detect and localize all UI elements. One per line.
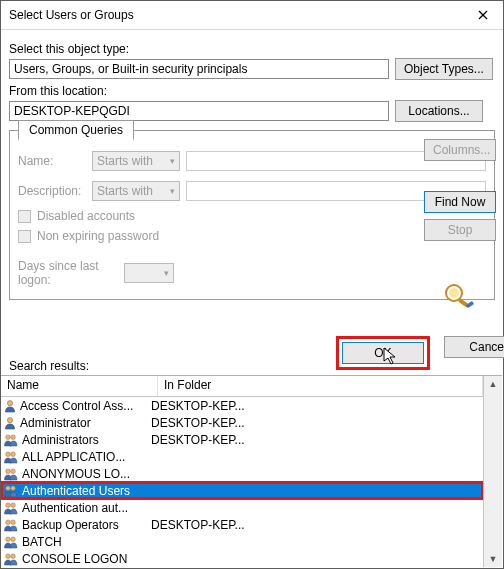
group-icon (3, 450, 19, 464)
result-name-cell: Administrators (1, 433, 147, 447)
svg-point-21 (6, 553, 11, 558)
svg-point-9 (6, 451, 11, 456)
result-name: ALL APPLICATIO... (22, 450, 125, 464)
group-icon (3, 467, 19, 481)
result-name-cell: Administrator (1, 416, 147, 430)
scroll-up-icon[interactable]: ▲ (484, 376, 502, 392)
result-folder: DESKTOP-KEP... (147, 518, 483, 532)
svg-point-14 (11, 485, 16, 490)
name-mode-select: Starts with ▾ (92, 151, 180, 171)
name-mode-value: Starts with (97, 154, 153, 168)
common-queries-panel: Common Queries Name: Starts with ▾ Descr… (9, 130, 495, 300)
columns-button: Columns... (424, 139, 496, 161)
result-row[interactable]: Backup OperatorsDESKTOP-KEP... (1, 516, 483, 533)
svg-point-12 (11, 468, 16, 473)
column-header-name[interactable]: Name (1, 376, 158, 396)
days-since-logon-select: ▾ (124, 263, 174, 283)
result-name-cell: Backup Operators (1, 518, 147, 532)
svg-point-10 (11, 451, 16, 456)
result-row[interactable]: ANONYMOUS LO... (1, 465, 483, 482)
result-row[interactable]: AdministratorDESKTOP-KEP... (1, 414, 483, 431)
result-row[interactable]: Authentication aut... (1, 499, 483, 516)
user-icon (3, 416, 17, 430)
result-name: Backup Operators (22, 518, 119, 532)
close-button[interactable] (463, 1, 503, 29)
svg-point-6 (7, 417, 12, 422)
result-name: Authentication aut... (22, 501, 128, 515)
result-name-cell: Access Control Ass... (1, 399, 147, 413)
result-name: CONSOLE LOGON (22, 552, 127, 566)
window-title: Select Users or Groups (9, 8, 463, 22)
svg-point-22 (11, 553, 16, 558)
description-mode-select: Starts with ▾ (92, 181, 180, 201)
result-row[interactable]: BATCH (1, 533, 483, 550)
svg-point-16 (11, 502, 16, 507)
stop-button: Stop (424, 219, 496, 241)
days-since-logon-label: Days since last logon: (18, 259, 118, 287)
group-icon (3, 501, 19, 515)
ok-highlight: OK (336, 336, 430, 370)
titlebar: Select Users or Groups (1, 1, 503, 30)
svg-point-3 (449, 288, 459, 298)
group-icon (3, 484, 19, 498)
location-field[interactable] (9, 101, 389, 121)
result-name: ANONYMOUS LO... (22, 467, 130, 481)
svg-point-18 (11, 519, 16, 524)
result-row[interactable]: CONSOLE LOGON (1, 550, 483, 567)
close-icon (478, 10, 488, 20)
object-type-label: Select this object type: (9, 42, 495, 56)
search-results: Name In Folder Access Control Ass...DESK… (1, 375, 502, 567)
chevron-down-icon: ▾ (170, 186, 175, 196)
disabled-accounts-label: Disabled accounts (37, 209, 135, 223)
result-name: Authenticated Users (22, 484, 130, 498)
group-icon (3, 552, 19, 566)
result-folder: DESKTOP-KEP... (147, 416, 483, 430)
svg-point-11 (6, 468, 11, 473)
result-name: BATCH (22, 535, 62, 549)
user-icon (3, 399, 17, 413)
group-icon (3, 433, 19, 447)
svg-point-17 (6, 519, 11, 524)
tab-common-queries[interactable]: Common Queries (18, 120, 134, 140)
svg-point-13 (6, 485, 11, 490)
result-name-cell: CONSOLE LOGON (1, 552, 147, 566)
group-icon (3, 518, 19, 532)
result-row[interactable]: AdministratorsDESKTOP-KEP... (1, 431, 483, 448)
result-name: Administrators (22, 433, 99, 447)
search-results-label: Search results: (9, 359, 89, 373)
chevron-down-icon: ▾ (164, 268, 169, 278)
svg-point-5 (7, 400, 12, 405)
result-folder: DESKTOP-KEP... (147, 433, 483, 447)
description-mode-value: Starts with (97, 184, 153, 198)
disabled-accounts-checkbox (18, 210, 31, 223)
svg-point-19 (6, 536, 11, 541)
cancel-button[interactable]: Cancel (444, 336, 504, 358)
result-name: Access Control Ass... (20, 399, 133, 413)
result-row[interactable]: ALL APPLICATIO... (1, 448, 483, 465)
svg-point-7 (6, 434, 11, 439)
locations-button[interactable]: Locations... (395, 100, 483, 122)
column-header-folder[interactable]: In Folder (158, 376, 483, 396)
result-name-cell: Authentication aut... (1, 501, 147, 515)
scrollbar[interactable]: ▲ ▼ (483, 376, 502, 567)
ok-button[interactable]: OK (342, 342, 424, 364)
chevron-down-icon: ▾ (170, 156, 175, 166)
description-label: Description: (18, 184, 86, 198)
svg-point-8 (11, 434, 16, 439)
object-types-button[interactable]: Object Types... (395, 58, 493, 80)
result-row[interactable]: Access Control Ass...DESKTOP-KEP... (1, 397, 483, 414)
object-type-field[interactable] (9, 59, 389, 79)
find-now-button[interactable]: Find Now (424, 191, 496, 213)
result-row[interactable]: Authenticated Users (1, 482, 483, 499)
result-folder: DESKTOP-KEP... (147, 399, 483, 413)
search-icon (424, 281, 496, 309)
result-name-cell: ALL APPLICATIO... (1, 450, 147, 464)
result-name-cell: ANONYMOUS LO... (1, 467, 147, 481)
name-label: Name: (18, 154, 86, 168)
scroll-down-icon[interactable]: ▼ (484, 551, 502, 567)
non-expiring-label: Non expiring password (37, 229, 159, 243)
svg-point-20 (11, 536, 16, 541)
non-expiring-checkbox (18, 230, 31, 243)
svg-point-15 (6, 502, 11, 507)
result-name: Administrator (20, 416, 91, 430)
